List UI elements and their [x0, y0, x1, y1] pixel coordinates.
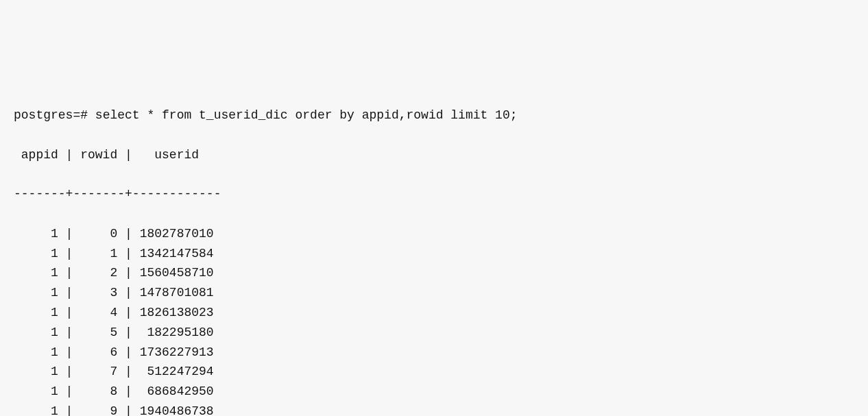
- q1-row: 1 | 8 | 686842950: [14, 382, 854, 402]
- psql-prompt: postgres=#: [14, 108, 95, 122]
- q1-row: 1 | 0 | 1802787010: [14, 224, 854, 244]
- terminal-output: postgres=# select * from t_userid_dic or…: [14, 86, 854, 416]
- q1-row: 1 | 7 | 512247294: [14, 362, 854, 382]
- q1-row: 1 | 4 | 1826138023: [14, 303, 854, 323]
- q1-separator: -------+-------+------------: [14, 184, 854, 204]
- sql-query-1: select * from t_userid_dic order by appi…: [95, 108, 518, 122]
- q1-row: 1 | 6 | 1736227913: [14, 343, 854, 363]
- q1-header: appid | rowid | userid: [14, 145, 854, 165]
- q1-row: 1 | 1 | 1342147584: [14, 244, 854, 264]
- q1-row: 1 | 5 | 182295180: [14, 323, 854, 343]
- q1-command-line: postgres=# select * from t_userid_dic or…: [14, 106, 854, 125]
- q1-row: 1 | 3 | 1478701081: [14, 283, 854, 303]
- q1-row: 1 | 2 | 1560458710: [14, 263, 854, 283]
- q1-row: 1 | 9 | 1940486738: [14, 402, 854, 416]
